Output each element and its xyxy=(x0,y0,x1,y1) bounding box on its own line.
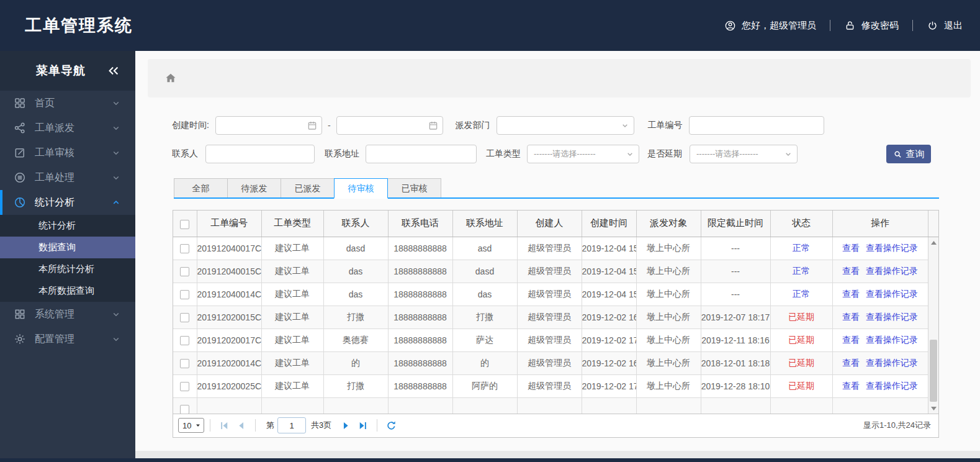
cell-phone: 18888888888 xyxy=(388,237,452,260)
contact-input[interactable] xyxy=(205,145,315,163)
tab-pending-review[interactable]: 待审核 xyxy=(334,178,388,199)
first-page-button[interactable] xyxy=(218,420,230,432)
divider xyxy=(255,419,256,432)
current-page-input[interactable] xyxy=(277,417,306,433)
next-page-button[interactable] xyxy=(340,420,352,432)
scrollbar-thumb[interactable] xyxy=(930,340,937,402)
select-all-checkbox[interactable] xyxy=(180,220,189,229)
row-checkbox[interactable] xyxy=(180,290,189,299)
cell-order-type xyxy=(261,398,323,414)
sidebar-header: 菜单导航 xyxy=(0,51,135,91)
view-link[interactable]: 查看 xyxy=(842,289,860,299)
breadcrumb xyxy=(148,59,971,97)
tab-reviewed[interactable]: 已审核 xyxy=(387,178,441,197)
sidebar-item-review[interactable]: 工单审核 xyxy=(0,140,135,165)
cell-order-type: 建议工单 xyxy=(261,329,323,352)
share-icon xyxy=(14,122,26,134)
cell-order-type: 建议工单 xyxy=(261,283,323,306)
sidebar-item-home[interactable]: 首页 xyxy=(0,91,135,116)
cell-dispatch-target: 墩上中心所 xyxy=(636,352,701,375)
footer-bar xyxy=(0,458,980,462)
view-log-link[interactable]: 查看操作记录 xyxy=(866,358,918,368)
column-header: 创建人 xyxy=(517,211,582,237)
calendar-icon[interactable] xyxy=(428,120,439,131)
page-size-select[interactable]: 10 xyxy=(178,418,204,433)
sidebar-item-system[interactable]: 系统管理 xyxy=(0,302,135,327)
view-link[interactable]: 查看 xyxy=(842,266,860,276)
sidebar-subitem-data-query[interactable]: 数据查询 xyxy=(0,237,135,258)
sidebar-item-dispatch[interactable]: 工单派发 xyxy=(0,116,135,140)
view-link[interactable]: 查看 xyxy=(842,358,860,368)
order-type-select[interactable]: -------请选择------- xyxy=(527,145,639,163)
row-checkbox[interactable] xyxy=(180,359,189,368)
view-log-link[interactable]: 查看操作记录 xyxy=(866,335,918,345)
sidebar-item-label: 统计分析 xyxy=(35,196,74,209)
row-checkbox[interactable] xyxy=(180,405,189,413)
row-checkbox[interactable] xyxy=(180,336,189,345)
search-icon xyxy=(893,150,902,159)
chevron-down-icon xyxy=(194,422,202,429)
sidebar-item-process[interactable]: 工单处理 xyxy=(0,165,135,190)
row-checkbox[interactable] xyxy=(180,382,189,391)
cell-creator: 超级管理员 xyxy=(517,283,582,306)
checkbox-cell xyxy=(173,352,197,375)
cell-dispatch-target: 墩上中心所 xyxy=(636,329,701,352)
table-row xyxy=(173,398,928,414)
view-log-link[interactable]: 查看操作记录 xyxy=(866,289,918,299)
sidebar-subitem-branch-stats[interactable]: 本所统计分析 xyxy=(0,258,135,280)
order-no-input[interactable] xyxy=(689,116,824,135)
sidebar-item-label: 系统管理 xyxy=(35,308,74,321)
view-link[interactable]: 查看 xyxy=(842,335,860,345)
cell-dispatch-target: 墩上中心所 xyxy=(636,375,701,398)
prev-page-button[interactable] xyxy=(235,420,247,432)
last-page-button[interactable] xyxy=(357,420,369,432)
process-icon xyxy=(14,171,26,184)
row-checkbox[interactable] xyxy=(180,313,189,322)
sidebar-subitem-stats-analysis[interactable]: 统计分析 xyxy=(0,215,135,237)
scroll-down-icon[interactable] xyxy=(928,404,938,413)
tab-all[interactable]: 全部 xyxy=(174,178,228,197)
sidebar-subitem-branch-data-query[interactable]: 本所数据查询 xyxy=(0,280,135,302)
address-input[interactable] xyxy=(366,145,477,163)
cell-creator: 超级管理员 xyxy=(517,237,582,260)
actions-cell: 查看查看操作记录 xyxy=(832,237,928,260)
start-date-field xyxy=(215,116,322,135)
tab-pending-dispatch[interactable]: 待派发 xyxy=(227,178,281,197)
collapse-sidebar-icon[interactable] xyxy=(107,64,120,78)
sidebar-item-config[interactable]: 配置管理 xyxy=(0,327,135,351)
main-content: 创建时间: - 派发部门 xyxy=(135,51,980,458)
home-icon[interactable] xyxy=(164,71,178,85)
view-link[interactable]: 查看 xyxy=(842,381,860,391)
header-checkbox-cell xyxy=(173,211,197,237)
delay-select[interactable]: -------请选择------- xyxy=(690,145,798,163)
cell-order-no: 201912020014C xyxy=(197,352,261,375)
end-date-field xyxy=(336,116,443,135)
cell-contact: das xyxy=(323,283,388,306)
column-header: 派发对象 xyxy=(636,211,701,237)
view-log-link[interactable]: 查看操作记录 xyxy=(866,312,918,322)
row-checkbox[interactable] xyxy=(180,267,189,276)
view-link[interactable]: 查看 xyxy=(842,243,860,253)
chevron-down-icon xyxy=(110,97,122,109)
cell-address: 打撒 xyxy=(452,306,517,329)
view-log-link[interactable]: 查看操作记录 xyxy=(866,243,918,253)
search-button[interactable]: 查询 xyxy=(886,145,931,163)
calendar-icon[interactable] xyxy=(307,120,318,131)
cell-creator: 超级管理员 xyxy=(517,352,582,375)
view-log-link[interactable]: 查看操作记录 xyxy=(866,381,918,391)
logout-link[interactable]: 退出 xyxy=(927,20,963,32)
dispatch-dept-select[interactable] xyxy=(497,116,634,135)
cell-contact: das xyxy=(323,260,388,283)
cell-deadline xyxy=(701,398,770,414)
view-log-link[interactable]: 查看操作记录 xyxy=(866,266,918,276)
cell-deadline: --- xyxy=(701,260,770,283)
sidebar-item-stats[interactable]: 统计分析 xyxy=(0,190,135,215)
change-password-link[interactable]: 修改密码 xyxy=(844,20,899,32)
tab-dispatched[interactable]: 已派发 xyxy=(281,178,335,197)
view-link[interactable]: 查看 xyxy=(842,312,860,322)
table-scrollbar[interactable] xyxy=(928,237,938,414)
row-checkbox[interactable] xyxy=(180,244,189,253)
refresh-icon[interactable] xyxy=(385,420,397,432)
scroll-up-icon[interactable] xyxy=(928,238,938,247)
user-icon xyxy=(724,20,736,32)
